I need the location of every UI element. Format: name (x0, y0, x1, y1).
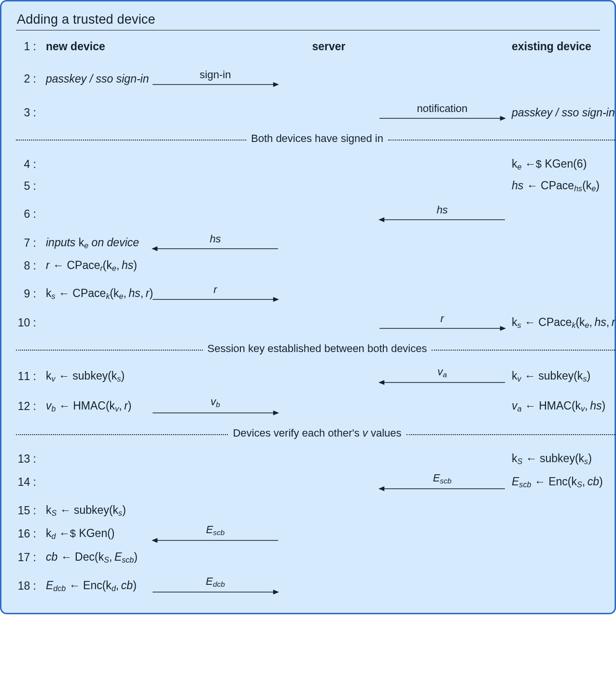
col-header-server: server (283, 36, 375, 57)
protocol-diagram: Adding a trusted device 1 new device ser… (0, 0, 616, 614)
row-num: 18 (16, 580, 39, 593)
step-text: kS ← subkey(ks) (39, 500, 148, 522)
svg-marker-5 (378, 217, 384, 222)
row-num: 6 (16, 208, 39, 221)
step-text: kd ←$ KGen() (39, 523, 148, 545)
row-num: 14 (16, 476, 39, 489)
arrow-hs-back-1: hs (375, 202, 510, 226)
step-text: passkey / sso sign-in (39, 69, 148, 89)
arrow-r-fwd-1: r (148, 282, 283, 306)
row-num: 17 (16, 551, 39, 564)
svg-marker-9 (273, 297, 279, 302)
separator-session-key: Session key established between both dev… (16, 335, 616, 364)
step-text: cb ← Dec(kS, Escb) (39, 547, 148, 568)
row-num: 4 (16, 158, 39, 171)
svg-marker-21 (273, 590, 279, 594)
step-text: inputs ke on device (39, 232, 148, 254)
row-num: 12 (16, 400, 39, 413)
arrow-hs-back-2: hs (148, 231, 283, 255)
step-text: vb ← HMAC(kv, r) (39, 396, 148, 417)
separator-both-signed-in: Both devices have signed in (16, 125, 616, 154)
row-num: 16 (16, 527, 39, 540)
svg-marker-13 (378, 380, 384, 385)
step-text: ks ← CPacek(ke, hs, r) (510, 312, 616, 334)
row-num: 10 (16, 316, 39, 329)
row-num: 5 (16, 180, 39, 193)
row-num: 1 (16, 40, 39, 53)
svg-marker-3 (500, 116, 506, 121)
svg-marker-19 (152, 538, 157, 543)
step-text: va ← HMAC(kv, hs) (510, 396, 616, 417)
step-text: kv ← subkey(ks) (510, 366, 616, 387)
row-num: 11 (16, 370, 39, 383)
row-num: 7 (16, 237, 39, 250)
separator-verify-v: Devices verify each other's v values (16, 419, 616, 448)
col-header-new-device: new device (39, 36, 148, 57)
arrow-escb-back-2: Escb (148, 522, 283, 547)
step-text: hs ← CPacehs(ke) (510, 175, 616, 197)
svg-marker-15 (273, 410, 279, 415)
step-text: ks ← CPacek(ke, hs, r) (39, 283, 148, 305)
col-header-existing-device: existing device (510, 36, 616, 57)
row-num: 15 (16, 504, 39, 517)
row-num: 9 (16, 287, 39, 300)
svg-marker-1 (273, 82, 279, 87)
arrow-r-fwd-2: r (375, 311, 510, 335)
step-text: kv ← subkey(ks) (39, 366, 148, 387)
step-text: Edcb ← Enc(kd, cb) (39, 575, 148, 597)
step-text: ke ←$ KGen(6) (510, 154, 616, 175)
arrow-edcb-fwd: Edcb (148, 573, 283, 598)
protocol-grid: 1 new device server existing device 2 pa… (16, 36, 600, 598)
row-num: 2 (16, 72, 39, 85)
step-text: kS ← subkey(ks) (510, 448, 616, 470)
step-text: r ← CPacer(ke, hs) (39, 255, 148, 277)
arrow-va-back: va (375, 364, 510, 389)
svg-marker-11 (500, 326, 506, 331)
step-text: passkey / sso sign-in (510, 102, 616, 123)
diagram-title: Adding a trusted device (17, 12, 600, 27)
title-divider (16, 30, 600, 30)
arrow-notification: notification (375, 100, 510, 125)
arrow-escb-back: Escb (375, 470, 510, 495)
arrow-sign-in: sign-in (148, 67, 283, 91)
svg-marker-17 (378, 486, 384, 491)
svg-marker-7 (152, 246, 157, 251)
row-num: 13 (16, 453, 39, 466)
arrow-vb-fwd: vb (148, 394, 283, 419)
row-num: 8 (16, 259, 39, 272)
step-text: Escb ← Enc(kS, cb) (510, 471, 616, 493)
row-num: 3 (16, 106, 39, 119)
